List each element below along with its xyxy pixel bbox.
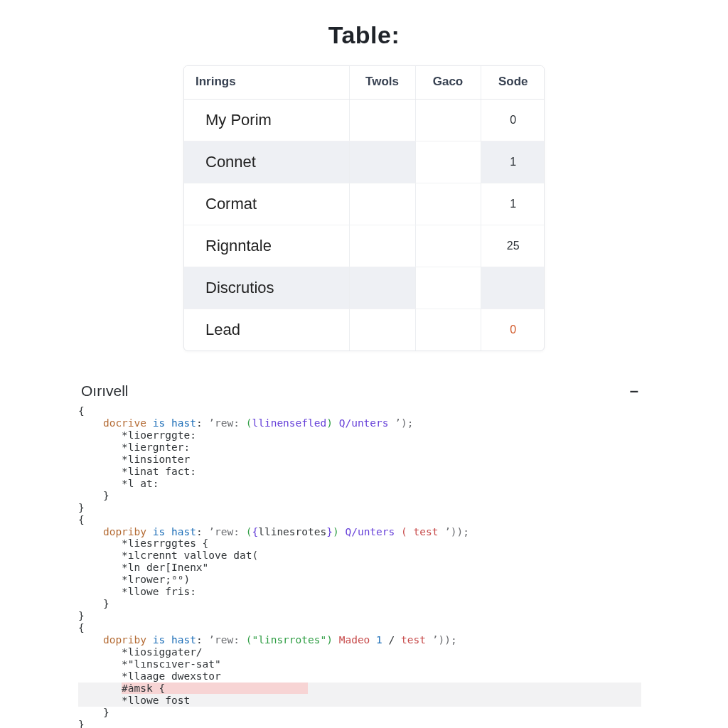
col-header-twols[interactable]: Twols	[349, 66, 415, 100]
row-name-cell: My Porim	[184, 100, 349, 141]
row-value-cell	[415, 141, 481, 183]
row-value-cell	[415, 183, 481, 225]
collapse-icon[interactable]: –	[630, 383, 638, 399]
table-row[interactable]: Rignntale25	[184, 225, 545, 267]
row-name-cell: Connet	[184, 141, 349, 183]
row-value-cell	[349, 100, 415, 141]
row-name-cell: Lead	[184, 309, 349, 351]
code-block: { docrive is hast: ’rew: (llinensefled) …	[78, 405, 641, 728]
col-header-sode[interactable]: Sode	[481, 66, 545, 100]
row-value-cell: 0	[481, 309, 545, 351]
col-header-gaco[interactable]: Gaco	[415, 66, 481, 100]
row-value-cell	[481, 267, 545, 309]
row-value-cell	[349, 225, 415, 267]
output-panel: Oırıvell – { docrive is hast: ’rew: (lli…	[78, 382, 641, 728]
row-value-cell: 0	[481, 100, 545, 141]
row-value-cell	[415, 267, 481, 309]
page-title: Table:	[0, 21, 728, 49]
table-row[interactable]: My Porim0	[184, 100, 545, 141]
row-value-cell	[349, 141, 415, 183]
row-name-cell: Cormat	[184, 183, 349, 225]
row-value-cell	[349, 309, 415, 351]
table-row[interactable]: Lead0	[184, 309, 545, 351]
row-name-cell: Rignntale	[184, 225, 349, 267]
table-header-row: Inrings Twols Gaco Sode	[184, 66, 545, 100]
row-value-cell: 25	[481, 225, 545, 267]
row-value-cell	[349, 267, 415, 309]
row-value-cell	[349, 183, 415, 225]
table-row[interactable]: Connet1	[184, 141, 545, 183]
table-row[interactable]: Cormat1	[184, 183, 545, 225]
table-row[interactable]: Discrutios	[184, 267, 545, 309]
row-name-cell: Discrutios	[184, 267, 349, 309]
row-value-cell	[415, 100, 481, 141]
row-value-cell: 1	[481, 141, 545, 183]
col-header-inrings[interactable]: Inrings	[184, 66, 349, 100]
row-value-cell: 1	[481, 183, 545, 225]
row-value-cell	[415, 225, 481, 267]
output-panel-title: Oırıvell	[81, 382, 129, 400]
row-value-cell	[415, 309, 481, 351]
data-table: Inrings Twols Gaco Sode My Porim0Connet1…	[183, 65, 545, 351]
